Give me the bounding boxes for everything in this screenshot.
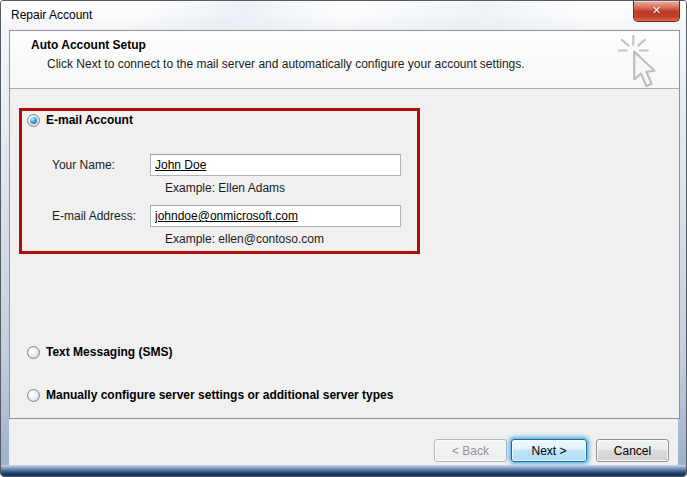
email-address-input[interactable] bbox=[150, 205, 401, 227]
back-button[interactable]: < Back bbox=[434, 439, 507, 462]
radio-manual-config[interactable] bbox=[27, 389, 40, 402]
titlebar-glass-effect bbox=[1, 1, 686, 30]
radio-text-messaging[interactable] bbox=[27, 346, 40, 359]
window-frame-bottom bbox=[1, 465, 686, 476]
cancel-button[interactable]: Cancel bbox=[596, 439, 669, 462]
window-frame-left bbox=[1, 30, 9, 467]
your-name-label: Your Name: bbox=[52, 158, 115, 172]
radio-text-messaging-label[interactable]: Text Messaging (SMS) bbox=[46, 345, 172, 359]
content-panel: Auto Account Setup Click Next to connect… bbox=[9, 30, 680, 419]
wizard-header: Auto Account Setup Click Next to connect… bbox=[10, 31, 679, 89]
page-subtitle: Click Next to connect to the mail server… bbox=[47, 57, 525, 71]
your-name-input[interactable] bbox=[150, 154, 401, 176]
titlebar: Repair Account bbox=[1, 1, 686, 30]
email-address-label: E-mail Address: bbox=[52, 209, 136, 223]
radio-email-account[interactable] bbox=[27, 114, 40, 127]
email-address-example: Example: ellen@contoso.com bbox=[165, 232, 324, 246]
your-name-example: Example: Ellen Adams bbox=[165, 181, 285, 195]
window-title: Repair Account bbox=[11, 8, 92, 22]
page-title: Auto Account Setup bbox=[31, 38, 146, 52]
close-icon: ✕ bbox=[652, 4, 661, 16]
next-button[interactable]: Next > bbox=[511, 439, 587, 462]
radio-manual-config-label[interactable]: Manually configure server settings or ad… bbox=[46, 388, 393, 402]
close-button[interactable]: ✕ bbox=[633, 1, 680, 22]
repair-account-dialog: Repair Account ✕ Auto Account Setup Clic… bbox=[0, 0, 687, 477]
cursor-click-icon bbox=[615, 35, 667, 91]
radio-email-account-label[interactable]: E-mail Account bbox=[46, 113, 133, 127]
